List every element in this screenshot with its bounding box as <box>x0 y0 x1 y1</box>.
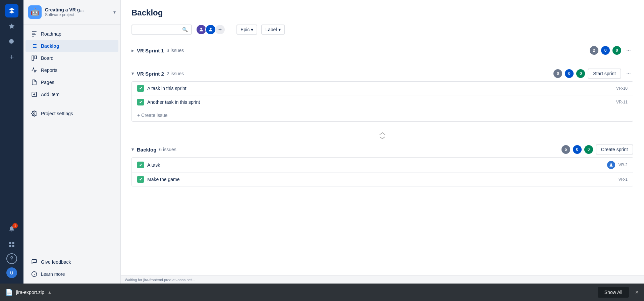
board-icon <box>31 55 38 61</box>
sprint2-section: ▶ VR Sprint 2 2 issues 0 0 0 Start sprin… <box>131 66 633 122</box>
issue-row[interactable]: ✔ Another task in this sprint VR-11 <box>132 95 633 109</box>
profile-button[interactable]: U <box>5 266 18 280</box>
sidebar-item-roadmap[interactable]: Roadmap <box>25 28 118 40</box>
sidebar-item-board[interactable]: Board <box>25 52 118 64</box>
issue-row[interactable]: ✔ Make the game VR-1 <box>132 173 633 186</box>
issue-type-icon: ✔ <box>137 162 144 168</box>
svg-rect-4 <box>12 245 14 247</box>
issue-id: VR-10 <box>616 86 628 91</box>
create-issue-label: + Create issue <box>137 113 168 118</box>
backlog-name: Backlog <box>137 147 156 153</box>
sidebar-item-add-item[interactable]: Add item <box>25 88 118 100</box>
issue-row[interactable]: ✔ A task in this sprint VR-10 <box>132 82 633 95</box>
main-content: Backlog 🔍 + Epic <box>121 0 644 284</box>
notification-button[interactable]: 1 <box>5 222 18 236</box>
help-button[interactable]: ? <box>6 253 17 264</box>
svg-point-12 <box>200 28 202 30</box>
toolbar-divider <box>231 26 231 34</box>
sidebar-bottom: Give feedback Learn more <box>23 253 120 284</box>
sprint2-name: VR Sprint 2 <box>137 71 164 77</box>
issue-type-icon: ✔ <box>137 176 144 183</box>
issue-title: A task <box>147 162 604 168</box>
issue-type-icon: ✔ <box>137 99 144 105</box>
sidebar-divider <box>28 104 116 104</box>
search-button[interactable] <box>5 35 18 48</box>
issue-row[interactable]: ✔ A task VR-2 <box>132 158 633 173</box>
sprint2-count: 2 issues <box>167 71 184 76</box>
issue-title: Make the game <box>147 177 615 182</box>
issue-title: Another task in this sprint <box>147 99 613 105</box>
project-avatar: 🤖 <box>28 5 42 19</box>
sidebar-label-add-item: Add item <box>41 92 59 97</box>
issue-id: VR-1 <box>619 177 628 182</box>
sprint2-header[interactable]: ▶ VR Sprint 2 2 issues 0 0 0 Start sprin… <box>131 66 633 81</box>
starred-button[interactable] <box>5 19 18 33</box>
epic-label: Epic <box>240 27 250 32</box>
sidebar-item-give-feedback[interactable]: Give feedback <box>25 256 118 268</box>
project-chevron-icon: ▾ <box>113 9 116 15</box>
svg-point-13 <box>210 28 211 30</box>
download-file-icon: 📄 <box>5 289 13 296</box>
download-chevron-icon[interactable]: ▲ <box>48 290 52 295</box>
pages-icon <box>31 79 38 86</box>
download-bar: 📄 jira-export.zip ▲ Show All × <box>0 284 644 301</box>
show-all-button[interactable]: Show All <box>598 287 629 298</box>
issue-id: VR-2 <box>619 163 628 167</box>
sidebar-item-backlog[interactable]: Backlog <box>25 40 118 52</box>
search-box: 🔍 <box>131 25 192 35</box>
sidebar-label-pages: Pages <box>41 80 54 85</box>
sidebar-item-pages[interactable]: Pages <box>25 76 118 88</box>
status-text: Waiting for jira-frontend.prod.atl-paas.… <box>125 278 195 282</box>
sidebar-item-reports[interactable]: Reports <box>25 64 118 76</box>
backlog-issue-list: ✔ A task VR-2 ✔ Make the game VR-1 <box>131 157 633 186</box>
sprint1-count-gray: 2 <box>590 46 598 55</box>
sprint2-count-gray: 0 <box>553 69 562 78</box>
backlog-count-green: 0 <box>584 145 593 154</box>
apps-button[interactable] <box>5 238 18 251</box>
sprint1-count-blue: 0 <box>601 46 610 55</box>
sprint1-count: 3 issues <box>167 48 184 53</box>
download-close-button[interactable]: × <box>635 289 639 296</box>
sprint1-more-button[interactable]: ··· <box>624 46 633 55</box>
create-button[interactable]: + <box>5 50 18 64</box>
svg-point-0 <box>9 39 14 44</box>
download-filename: jira-export.zip <box>16 290 44 295</box>
avatar-group: + <box>196 24 225 35</box>
backlog-count-blue: 0 <box>573 145 582 154</box>
svg-rect-1 <box>9 242 11 244</box>
label-label: Label <box>265 27 277 32</box>
sidebar-label-reports: Reports <box>41 68 57 73</box>
status-bar: Waiting for jira-frontend.prod.atl-paas.… <box>121 275 644 284</box>
logo-button[interactable] <box>5 4 18 17</box>
sprint1-count-green: 0 <box>612 46 621 55</box>
search-input[interactable] <box>136 27 180 32</box>
backlog-header[interactable]: ▶ Backlog 6 issues 5 0 0 Create sprint <box>131 142 633 157</box>
project-name: Creating a VR g... <box>45 7 110 12</box>
sidebar-label-project-settings: Project settings <box>41 111 73 116</box>
sprint1-section: ▶ VR Sprint 1 3 issues 2 0 0 ··· <box>131 43 633 58</box>
epic-filter-button[interactable]: Epic ▾ <box>236 25 257 35</box>
project-header[interactable]: 🤖 Creating a VR g... Software project ▾ <box>23 0 120 25</box>
start-sprint-button[interactable]: Start sprint <box>588 69 621 79</box>
sprint1-header[interactable]: ▶ VR Sprint 1 3 issues 2 0 0 ··· <box>131 43 633 58</box>
sidebar-label-board: Board <box>41 55 53 61</box>
project-type: Software project <box>45 12 110 17</box>
issue-assignee-avatar <box>607 161 615 169</box>
label-filter-button[interactable]: Label ▾ <box>261 25 284 35</box>
create-sprint-button[interactable]: Create sprint <box>596 144 633 155</box>
svg-rect-5 <box>32 56 34 60</box>
sidebar-item-project-settings[interactable]: Project settings <box>25 108 118 120</box>
drag-divider[interactable] <box>131 130 633 142</box>
sidebar-item-learn-more[interactable]: Learn more <box>25 268 118 280</box>
add-avatar-button[interactable]: + <box>215 24 225 35</box>
sprint2-more-button[interactable]: ··· <box>624 69 633 78</box>
svg-rect-2 <box>12 242 14 244</box>
add-item-icon <box>31 91 38 98</box>
sprint2-count-green: 0 <box>576 69 585 78</box>
roadmap-icon <box>31 31 38 37</box>
sprint2-chevron-icon: ▶ <box>131 72 135 75</box>
sprint1-name: VR Sprint 1 <box>137 48 164 53</box>
create-issue-button[interactable]: + Create issue <box>132 109 633 121</box>
reports-icon <box>31 67 38 74</box>
icon-bar: + 1 ? U <box>0 0 23 284</box>
